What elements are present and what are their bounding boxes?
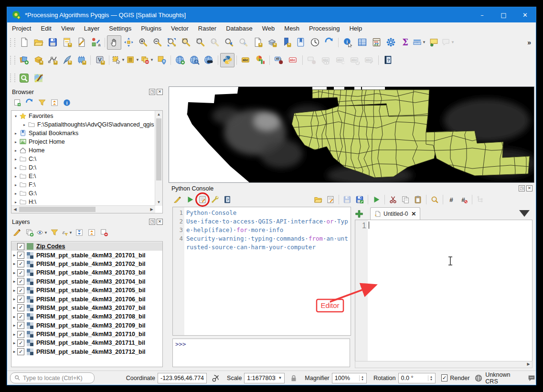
measure-button[interactable]: ▼ — [412, 35, 426, 50]
zoom-out-button[interactable] — [150, 35, 164, 50]
open-script-button[interactable] — [312, 193, 324, 206]
new-spatialite-layer-button[interactable]: * — [60, 53, 74, 67]
layer-visibility-checkbox[interactable]: ✓ — [17, 260, 24, 267]
data-source-manager-button[interactable] — [17, 53, 31, 67]
coordinate-input[interactable]: -123.956,46.774 — [158, 373, 207, 383]
browser-item-home[interactable]: ▸Home — [11, 146, 155, 155]
deselect-all-button[interactable]: ▼ — [140, 53, 154, 67]
layer-item[interactable]: ▸✓PRISM_ppt_stable_4kmM3_201702_bil — [11, 260, 162, 268]
browser-item-c-[interactable]: ▸C:\ — [11, 155, 155, 163]
zoom-in-button[interactable] — [136, 35, 150, 50]
menu-database[interactable]: Database — [221, 22, 257, 34]
layer-item[interactable]: ▸✓PRISM_ppt_stable_4kmM3_201701_bil — [11, 251, 162, 259]
layers-close-button[interactable]: ✕ — [157, 219, 163, 225]
layout-manager-button[interactable]: * — [60, 35, 74, 50]
menu-edit[interactable]: Edit — [36, 22, 56, 34]
toolbar-overflow-button[interactable]: » — [527, 39, 531, 46]
map-tips-button[interactable] — [426, 35, 441, 50]
magnifier-spinbox[interactable]: 100% ▲▼ — [332, 373, 367, 383]
locator-search-input[interactable]: Type to locate (Ctrl+K) — [10, 372, 95, 383]
open-layer-styling-button[interactable] — [11, 226, 23, 239]
layer-item[interactable]: ▸✓PRISM_ppt_stable_4kmM3_201706_bil — [11, 295, 162, 303]
console-float-button[interactable]: ◳ — [519, 185, 525, 191]
menu-view[interactable]: View — [56, 22, 79, 34]
field-calculator-button[interactable] — [369, 35, 383, 50]
show-editor-button[interactable] — [196, 193, 209, 206]
layer-visibility-checkbox[interactable]: ✓ — [17, 331, 24, 338]
help-button[interactable]: ? — [381, 53, 395, 67]
layer-visibility-checkbox[interactable]: ✓ — [17, 243, 24, 250]
show-bookmarks-button[interactable] — [293, 35, 308, 50]
layer-visibility-checkbox[interactable]: ✓ — [17, 296, 24, 303]
zoom-to-selection-button[interactable] — [179, 35, 193, 50]
properties-widget-button[interactable]: i — [61, 96, 73, 109]
layer-visibility-checkbox[interactable]: ✓ — [17, 278, 24, 285]
menu-mesh[interactable]: Mesh — [279, 22, 304, 34]
new-virtual-layer-button[interactable]: V* — [93, 53, 107, 67]
minimize-button[interactable]: – — [471, 7, 493, 22]
browser-item-d-[interactable]: ▸D:\ — [11, 163, 155, 172]
identify-features-button[interactable]: i — [341, 35, 355, 50]
tab-list-dropdown-icon[interactable] — [519, 210, 530, 217]
layer-visibility-checkbox[interactable]: ✓ — [17, 269, 24, 276]
open-project-button[interactable] — [31, 35, 45, 50]
browser-item-favorites[interactable]: ▾Favorites — [11, 112, 155, 120]
menu-vector[interactable]: Vector — [166, 22, 193, 34]
new-shapefile-layer-button[interactable]: * — [45, 53, 60, 67]
menu-layer[interactable]: Layer — [79, 22, 105, 34]
editor-tab[interactable]: Untitled-0 ✕ — [370, 207, 420, 220]
layer-item[interactable]: ✓Zip Codes — [11, 242, 162, 251]
python-console-button[interactable] — [220, 53, 234, 67]
save-project-button[interactable] — [45, 35, 60, 50]
attribute-table-button[interactable] — [355, 35, 369, 50]
toolbar-grip[interactable] — [10, 56, 15, 64]
filter-by-expression-button[interactable]: ε▼ — [61, 226, 73, 239]
browser-item-f-[interactable]: ▸F:\ — [11, 180, 155, 189]
extents-toggle-icon[interactable] — [212, 374, 220, 382]
editor-text-area[interactable]: 1 — [355, 220, 532, 362]
pan-map-button[interactable] — [107, 35, 121, 50]
render-checkbox[interactable]: ✓ — [441, 374, 447, 381]
console-input[interactable]: >>> — [172, 339, 350, 367]
collapse-all-layers-button[interactable] — [85, 226, 98, 239]
layers-float-button[interactable]: ◳ — [149, 219, 155, 225]
layer-diagram-button[interactable] — [253, 53, 267, 67]
browser-item-project-home[interactable]: ▸Project Home — [11, 138, 155, 146]
metasearch-search-button[interactable] — [187, 53, 202, 67]
menu-help[interactable]: Help — [344, 22, 367, 34]
add-group-button[interactable] — [23, 226, 36, 239]
layer-item[interactable]: ▸✓PRISM_ppt_stable_4kmM3_201707_bil — [11, 304, 162, 312]
zoom-last-button[interactable] — [222, 35, 236, 50]
layer-visibility-checkbox[interactable]: ✓ — [17, 287, 24, 294]
layer-visibility-checkbox[interactable]: ✓ — [17, 322, 24, 329]
statistical-summary-button[interactable]: Σ — [398, 35, 412, 50]
new-geopackage-layer-button[interactable]: * — [31, 53, 45, 67]
copy-button[interactable] — [399, 193, 412, 206]
run-command-button[interactable] — [184, 193, 196, 206]
paste-button[interactable] — [412, 193, 424, 206]
open-in-external-editor-button[interactable] — [324, 193, 337, 206]
browser-vertical-scrollbar[interactable]: ▲ ▼ — [155, 111, 162, 206]
browser-item-e-[interactable]: ▸E:\ — [11, 172, 155, 180]
zoom-to-layer-button[interactable] — [193, 35, 207, 50]
quickmap-search-button[interactable] — [17, 71, 31, 85]
console-output[interactable]: 1234 Python·ConsoleUse·iface·to·access·Q… — [172, 207, 351, 336]
select-by-location-button[interactable] — [154, 53, 169, 67]
scale-combobox[interactable]: 1:1677803 ▼ — [244, 373, 285, 383]
browser-float-button[interactable]: ◳ — [149, 89, 155, 95]
layer-visibility-checkbox[interactable]: ✓ — [17, 313, 24, 320]
remove-layer-button[interactable] — [98, 226, 110, 239]
layer-item[interactable]: ▸✓PRISM_ppt_stable_4kmM3_201710_bil — [11, 330, 162, 339]
new-bookmark-button[interactable]: * — [279, 35, 293, 50]
layer-visibility-checkbox[interactable]: ✓ — [17, 348, 24, 355]
menu-plugins[interactable]: Plugins — [136, 22, 166, 34]
pan-to-selection-button[interactable] — [121, 35, 136, 50]
layer-item[interactable]: ▸✓PRISM_ppt_stable_4kmM3_201703_bil — [11, 268, 162, 277]
new-3d-map-view-button[interactable]: * — [265, 35, 279, 50]
layer-item[interactable]: ▸✓PRISM_ppt_stable_4kmM3_201708_bil — [11, 312, 162, 321]
refresh-browser-button[interactable] — [23, 96, 36, 109]
new-temporary-scratch-layer-button[interactable]: * — [74, 53, 88, 67]
browser-item-spatial-bookmarks[interactable]: ▸Spatial Bookmarks — [11, 129, 155, 138]
refresh-button[interactable] — [322, 35, 336, 50]
zoom-full-button[interactable] — [164, 35, 179, 50]
